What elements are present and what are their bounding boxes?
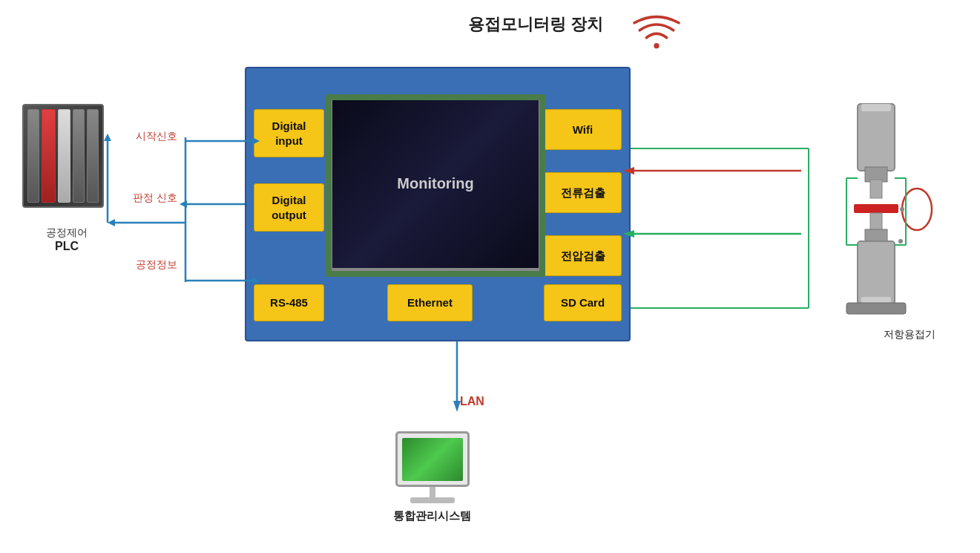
svg-rect-8 (858, 241, 895, 304)
rs485-label: RS-485 (270, 295, 308, 310)
main-device-box: Monitoring Digitalinput Digitaloutput RS… (245, 67, 631, 341)
sdcard-box: SD Card (544, 284, 622, 321)
monitor-screen: Monitoring (328, 94, 543, 272)
svg-rect-1 (858, 104, 895, 171)
plc-korean: 공정제어 (46, 226, 88, 240)
digital-input-box: Digitalinput (254, 109, 324, 157)
diagram-container: 용접모니터링 장치 Monitoring Digitalinput Digita… (0, 0, 980, 553)
computer-label: 통합관리시스템 (393, 509, 471, 523)
computer-screen (402, 438, 463, 481)
sdcard-label: SD Card (561, 295, 605, 310)
svg-rect-10 (846, 303, 906, 314)
computer-monitor (395, 431, 470, 487)
svg-point-13 (898, 239, 903, 243)
wifi-box: Wifi (544, 109, 622, 150)
digital-output-box: Digitaloutput (254, 183, 324, 232)
wifi-icon-area (631, 13, 683, 50)
computer-section: 통합관리시스템 (393, 431, 471, 523)
digital-output-label: Digitaloutput (272, 193, 306, 222)
svg-point-12 (900, 207, 904, 212)
plc-module-2 (73, 109, 85, 203)
plc-module-1 (27, 109, 39, 203)
signal-process-label: 공정정보 (136, 258, 177, 272)
svg-point-0 (654, 43, 659, 48)
svg-rect-4 (870, 180, 882, 198)
computer-base (410, 497, 455, 503)
digital-input-label: Digitalinput (272, 119, 306, 148)
rs485-box: RS-485 (254, 284, 324, 321)
wifi-icon (631, 13, 683, 50)
svg-marker-24 (180, 200, 187, 208)
ethernet-label: Ethernet (407, 295, 453, 310)
plc-module-3 (87, 109, 99, 203)
svg-rect-2 (861, 104, 891, 111)
plc-label: 공정제어 PLC (46, 226, 88, 253)
plc-section: 공정제어 PLC (22, 104, 111, 253)
current-box: 전류검출 (544, 172, 622, 213)
plc-module-red (42, 109, 56, 203)
voltage-label: 전압검출 (561, 249, 605, 264)
plc-body (22, 104, 111, 223)
plc-module-white (58, 109, 70, 203)
current-label: 전류검출 (561, 186, 605, 200)
welder-svg (817, 96, 935, 327)
monitor-label: Monitoring (397, 175, 473, 192)
ethernet-box: Ethernet (387, 284, 473, 321)
svg-rect-5 (854, 204, 898, 213)
lan-label: LAN (460, 395, 484, 408)
signal-start-label: 시작신호 (136, 130, 177, 143)
signal-judge-label: 판정 신호 (133, 192, 177, 205)
svg-rect-6 (870, 213, 882, 232)
plc-chassis (22, 104, 104, 208)
plc-english: PLC (55, 240, 79, 252)
welder-label: 저항용접기 (884, 328, 935, 341)
voltage-box: 전압검출 (544, 235, 622, 276)
welder-section: 저항용접기 (817, 96, 935, 341)
wifi-label: Wifi (573, 122, 593, 137)
computer-stand (430, 487, 435, 497)
page-title: 용접모니터링 장치 (468, 13, 603, 36)
